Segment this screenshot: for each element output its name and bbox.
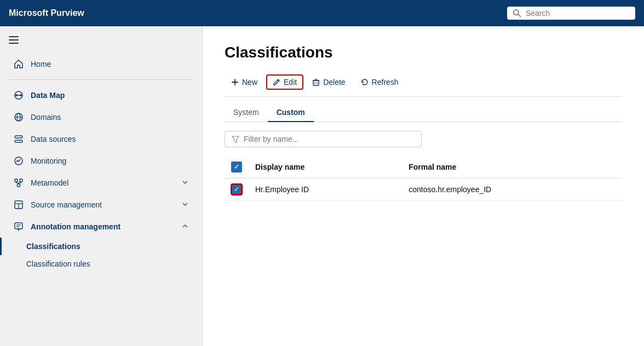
edit-icon	[273, 78, 280, 86]
sidebar-item-metamodel[interactable]: Metamodel	[4, 172, 198, 194]
plus-icon	[231, 78, 239, 86]
display-name-cell: Hr.Employee ID	[249, 178, 402, 201]
svg-line-1	[518, 14, 521, 17]
home-icon	[13, 59, 24, 70]
sidebar-item-source-management[interactable]: Source management	[4, 194, 198, 216]
delete-button[interactable]: Delete	[306, 74, 352, 90]
sourcemanagement-icon	[13, 199, 24, 210]
sidebar-item-label: Monitoring	[31, 157, 66, 165]
delete-icon	[312, 78, 320, 86]
search-icon	[513, 9, 521, 18]
sidebar-item-monitoring[interactable]: Monitoring	[4, 150, 198, 172]
chevron-down-icon	[181, 178, 189, 188]
classifications-table: ✓ Display name Formal name ✓ Hr.Employee…	[225, 156, 622, 201]
header-checkbox[interactable]: ✓	[231, 162, 242, 172]
row-checkbox-cell[interactable]: ✓	[225, 178, 249, 201]
svg-rect-12	[15, 136, 22, 138]
refresh-icon	[361, 78, 369, 86]
sidebar-item-home[interactable]: Home	[4, 53, 198, 75]
svg-rect-16	[20, 179, 22, 182]
sidebar-item-classifications[interactable]: Classifications	[0, 238, 202, 255]
tab-system[interactable]: System	[225, 103, 268, 122]
datamap-icon	[13, 90, 24, 101]
sidebar: Home Data Map	[0, 26, 203, 346]
select-all-header[interactable]: ✓	[225, 156, 249, 178]
sidebar-item-datasources[interactable]: Data sources	[4, 128, 198, 150]
tabs-container: System Custom	[225, 103, 622, 122]
table-row: ✓ Hr.Employee ID contoso.hr.employee_ID	[225, 178, 622, 201]
svg-rect-17	[18, 184, 20, 187]
chevron-up-icon	[181, 222, 189, 232]
filter-icon	[232, 135, 239, 143]
formal-name-cell: contoso.hr.employee_ID	[402, 178, 622, 201]
content-area: Classifications New Edit	[203, 26, 644, 346]
svg-marker-36	[232, 136, 239, 142]
metamodel-icon	[13, 177, 24, 188]
sidebar-sub-label: Classification rules	[26, 260, 90, 268]
svg-rect-25	[15, 223, 22, 229]
svg-rect-13	[15, 140, 22, 142]
sidebar-item-classification-rules[interactable]: Classification rules	[0, 255, 202, 273]
monitoring-icon	[13, 155, 24, 166]
svg-rect-15	[15, 179, 18, 182]
topbar: Microsoft Purview	[0, 0, 644, 26]
edit-button[interactable]: Edit	[266, 74, 303, 90]
svg-rect-31	[313, 80, 319, 85]
row-checkbox[interactable]: ✓	[231, 184, 242, 195]
col-display-name: Display name	[249, 156, 402, 178]
datasources-icon	[13, 134, 24, 145]
search-box[interactable]	[507, 7, 635, 20]
svg-point-7	[20, 94, 22, 96]
main-layout: Home Data Map	[0, 26, 644, 346]
sidebar-item-label: Domains	[31, 113, 61, 122]
chevron-down-icon	[181, 200, 189, 210]
tab-custom[interactable]: Custom	[268, 103, 314, 122]
sidebar-item-label: Annotation management	[31, 222, 120, 231]
annotation-icon	[13, 221, 24, 232]
hamburger-button[interactable]	[0, 31, 202, 51]
sidebar-sub-label: Classifications	[26, 242, 81, 251]
sidebar-item-label: Metamodel	[31, 178, 68, 187]
svg-rect-3	[9, 39, 19, 41]
filter-input[interactable]	[244, 135, 415, 143]
filter-bar[interactable]	[225, 131, 422, 147]
app-title: Microsoft Purview	[9, 8, 507, 18]
new-button[interactable]: New	[225, 74, 264, 90]
col-formal-name: Formal name	[402, 156, 622, 178]
toolbar: New Edit Delete	[225, 74, 622, 97]
page-title: Classifications	[225, 44, 622, 61]
svg-point-6	[15, 94, 18, 96]
sidebar-item-datamap[interactable]: Data Map	[4, 84, 198, 106]
sidebar-item-label: Source management	[31, 200, 102, 209]
domains-icon	[13, 112, 24, 123]
svg-rect-4	[9, 43, 19, 44]
sidebar-item-label: Data sources	[31, 135, 76, 143]
search-input[interactable]	[526, 9, 630, 18]
sidebar-item-label: Data Map	[31, 91, 65, 100]
sidebar-item-domains[interactable]: Domains	[4, 106, 198, 128]
sidebar-item-annotation-management[interactable]: Annotation management	[4, 216, 198, 238]
sidebar-item-label: Home	[31, 60, 51, 68]
sidebar-divider	[9, 79, 193, 80]
svg-rect-2	[9, 36, 19, 37]
refresh-button[interactable]: Refresh	[354, 74, 405, 90]
